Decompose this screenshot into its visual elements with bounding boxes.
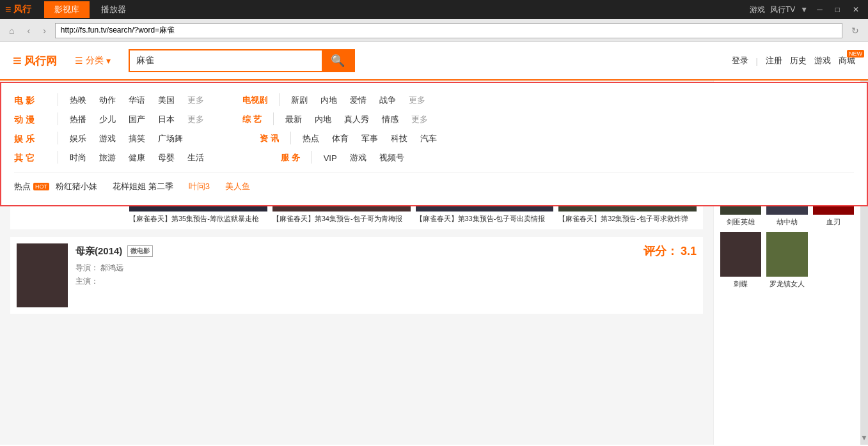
mother-cast: 主演： [75,276,697,287]
titlebar-nav: 影视库 播放器 [44,1,136,18]
cat-item-love[interactable]: 爱情 [343,93,373,107]
games-link[interactable]: 游戏 [814,55,831,66]
search-button[interactable]: 🔍 [322,49,354,72]
cat-div6 [290,132,291,144]
hot-item-1[interactable]: 花样姐姐 第二季 [113,181,173,192]
mother-director: 导演： 郝鸿远 [75,263,697,273]
nav-item-yingshi[interactable]: 影视库 [44,1,90,18]
cat-item-baby[interactable]: 母婴 [152,151,181,165]
address-input[interactable] [55,23,842,38]
cat-item-more3[interactable]: 更多 [181,112,210,127]
dropdown-overlay: 电 影 热映 动作 华语 美国 更多 电视剧 新剧 内地 爱情 战争 更多 动 … [0,82,868,206]
cat-item-emotion[interactable]: 情感 [375,112,405,127]
cat-div3 [58,112,58,125]
cat-item-latest[interactable]: 最新 [279,112,308,127]
titlebar-min-btn[interactable]: ─ [813,5,826,14]
titlebar-games[interactable]: 游戏 [750,4,765,15]
cat-item-inland2[interactable]: 内地 [308,112,338,127]
refresh-btn[interactable]: ↻ [848,24,863,37]
titlebar-logo-text: 风行 [13,4,31,15]
header-nav: ☰ 分类 ▾ [70,52,116,69]
cat-label-other: 其 它 [14,151,52,164]
rec-thumb-7 [766,232,807,277]
cat-item-action[interactable]: 动作 [93,93,122,107]
cat-item-inland[interactable]: 内地 [314,93,343,107]
titlebar-fxngtv[interactable]: 风行TV [770,4,795,15]
cat-item-game[interactable]: 游戏 [93,132,122,146]
titlebar-max-btn[interactable]: □ [832,5,844,14]
cat-row-ent: 娱 乐 娱乐 游戏 搞笑 广场舞 资 讯 热点 体育 军事 科技 汽车 [14,132,854,146]
cat-item-huayu[interactable]: 华语 [122,93,152,107]
cat-item-hotplay[interactable]: 热播 [63,112,93,127]
cat-item-vip[interactable]: VIP [317,152,343,164]
rec-title-4: 劫中劫 [766,217,807,227]
cat-item-game2[interactable]: 游戏 [343,151,373,165]
login-link[interactable]: 登录 [732,55,748,66]
cat-item-realshow[interactable]: 真人秀 [338,112,375,127]
ep-title-2: 【麻雀春天】第33集预告-包子哥出卖情报 [416,214,554,223]
back-btn[interactable]: ‹ [23,24,34,37]
hot-item-2[interactable]: 叶问3 [189,181,210,192]
cat-label-service: 服 务 [274,151,306,165]
cat-item-car[interactable]: 汽车 [414,132,443,146]
cat-label-ent: 娱 乐 [14,132,52,145]
rating-value: 3.1 [681,245,697,258]
mother-rating: 评分： 3.1 [643,243,697,259]
cat-item-sports[interactable]: 体育 [326,132,355,146]
cat-item-more1[interactable]: 更多 [181,93,210,107]
hot-item-3[interactable]: 美人鱼 [225,181,250,192]
forward-btn[interactable]: › [39,24,50,37]
titlebar-right: 游戏 风行TV ▼ ─ □ ✕ [750,4,863,15]
classify-label: 分类 [86,55,104,66]
search-input[interactable] [130,50,322,71]
nav-item-bofang[interactable]: 播放器 [91,1,136,18]
rec-thumb-6 [720,232,761,277]
cat-item-life[interactable]: 生活 [181,151,210,165]
titlebar-dropdown-icon[interactable]: ▼ [800,5,808,14]
cat-div7 [58,151,58,164]
rec-item-7[interactable]: 罗龙镇女人 [766,232,807,289]
cat-item-fashion[interactable]: 时尚 [63,151,93,165]
main-area: ≡ 风行网 ☰ 分类 ▾ 🔍 登录 | 注册 历史 游戏 [0,42,868,446]
cat-item-tech[interactable]: 科技 [384,132,414,146]
mother-thumbnail[interactable] [17,243,68,307]
history-link[interactable]: 历史 [790,55,807,66]
classify-btn[interactable]: ☰ 分类 ▾ [70,52,116,69]
cat-label-anime: 动 漫 [14,113,52,126]
cat-item-health[interactable]: 健康 [122,151,152,165]
register-link[interactable]: 注册 [766,55,782,66]
cat-item-more4[interactable]: 更多 [405,112,434,127]
titlebar-close-btn[interactable]: ✕ [849,5,863,14]
cat-item-america[interactable]: 美国 [152,93,181,107]
cat-item-newdrama[interactable]: 新剧 [285,93,314,107]
home-btn[interactable]: ⌂ [5,24,18,37]
titlebar-logo: ≡ 风行 [5,4,31,15]
rec-title-5: 血刃 [813,217,854,227]
cat-item-funny[interactable]: 搞笑 [122,132,152,146]
cat-item-ent2[interactable]: 娱乐 [63,132,93,146]
cat-item-square[interactable]: 广场舞 [152,132,189,146]
logo-arrow-icon: ≡ [5,4,11,15]
cat-item-domestic[interactable]: 国产 [122,112,152,127]
hot-item-0[interactable]: 粉红猪小妹 [56,181,97,192]
cat-item-travel[interactable]: 旅游 [93,151,122,165]
mother-title-row: 母亲(2014) 微电影 评分： 3.1 [75,243,697,259]
cat-item-military[interactable]: 军事 [355,132,384,146]
cast-label: 主演： [75,277,99,286]
cat-item-vidno[interactable]: 视频号 [373,151,411,165]
cat-item-children[interactable]: 少儿 [93,112,122,127]
rec-item-6[interactable]: 刺蝶 [720,232,761,289]
director-value: 郝鸿远 [100,263,123,272]
cat-row-anime: 动 漫 热播 少儿 国产 日本 更多 综 艺 最新 内地 真人秀 情感 更多 [14,112,854,127]
ep-title-0: 【麻雀春天】第35集预告-筹欣监狱暴走枪 [129,214,267,223]
titlebar: ≡ 风行 影视库 播放器 游戏 风行TV ▼ ─ □ ✕ [0,0,868,19]
cat-item-reyingr[interactable]: 热映 [63,93,93,107]
cat-item-japan[interactable]: 日本 [152,112,181,127]
cat-item-more2[interactable]: 更多 [402,93,432,107]
cat-row-movie: 电 影 热映 动作 华语 美国 更多 电视剧 新剧 内地 爱情 战争 更多 [14,93,854,107]
cat-item-war[interactable]: 战争 [373,93,402,107]
cat-item-hot[interactable]: 热点 [296,132,326,146]
cat-div4 [273,112,274,125]
chevron-down-icon: ▾ [106,56,111,66]
scroll-down-arrow[interactable]: ▼ [858,431,868,445]
